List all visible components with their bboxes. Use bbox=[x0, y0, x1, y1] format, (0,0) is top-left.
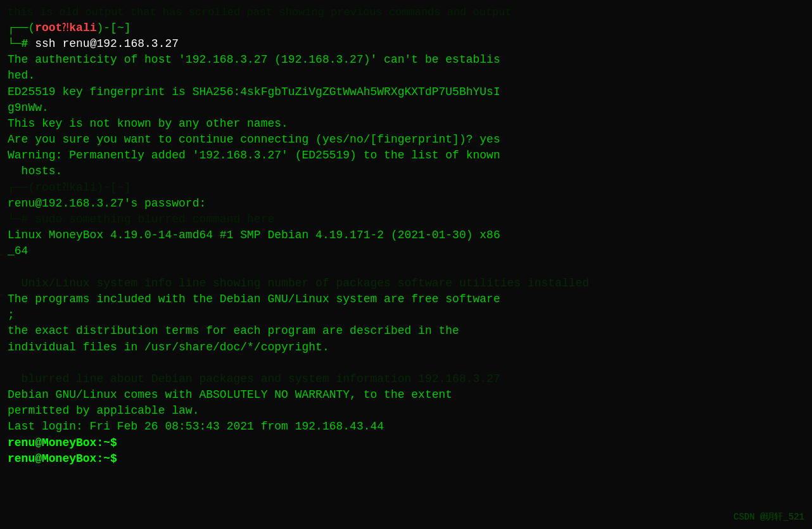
blank-2 bbox=[8, 355, 804, 371]
debian-distribution-2: individual files in /usr/share/doc/*/cop… bbox=[8, 340, 804, 355]
ssh-continue-prompt: Are you sure you want to continue connec… bbox=[8, 132, 804, 148]
prompt-line-1: ┌──(root⁈kali)-[~] bbox=[8, 20, 804, 36]
prompt-line-cmd: └─# ssh renu@192.168.3.27 bbox=[8, 36, 804, 52]
faded-middle-prompt: ┌──(root⁈kali)-[~] bbox=[8, 180, 804, 196]
cmd-ssh: ssh renu@192.168.3.27 bbox=[35, 36, 179, 52]
kali-icon: ⁈ bbox=[62, 20, 69, 36]
ssh-output-1: The authenticity of host '192.168.3.27 (… bbox=[8, 52, 804, 68]
scrolled-line-1: this is old output that has scrolled pas… bbox=[8, 5, 804, 20]
prompt-root-label: root bbox=[35, 20, 62, 36]
ssh-fingerprint-1: ED25519 key fingerprint is SHA256:4skFgb… bbox=[8, 84, 804, 100]
linux-banner-1: Linux MoneyBox 4.19.0-14-amd64 #1 SMP De… bbox=[8, 227, 804, 243]
faded-middle-prompt-2: └─# sudo something blurred command here bbox=[8, 212, 804, 227]
debian-distribution-1: the exact distribution terms for each pr… bbox=[8, 323, 804, 339]
terminal-window: this is old output that has scrolled pas… bbox=[0, 0, 812, 529]
bracket-dir-close: ] bbox=[124, 20, 131, 36]
password-prompt: renu@192.168.3.27's password: bbox=[8, 196, 804, 212]
user-prompt-1[interactable]: renu@MoneyBox:~$ bbox=[8, 435, 804, 451]
warranty-1: Debian GNU/Linux comes with ABSOLUTELY N… bbox=[8, 387, 804, 403]
ssh-output-2: hed. bbox=[8, 68, 804, 84]
ssh-unknown-key: This key is not known by any other names… bbox=[8, 116, 804, 132]
linux-banner-2: _64 bbox=[8, 243, 804, 259]
ssh-hosts: hosts. bbox=[8, 163, 804, 179]
last-login: Last login: Fri Feb 26 08:53:43 2021 fro… bbox=[8, 419, 804, 435]
warranty-2: permitted by applicable law. bbox=[8, 403, 804, 419]
bracket-dir-open: )-[ bbox=[97, 20, 117, 36]
blank-1 bbox=[8, 260, 804, 276]
ssh-warning-permanently: Warning: Permanently added '192.168.3.27… bbox=[8, 148, 804, 163]
prompt-kali-label: kali bbox=[69, 20, 96, 36]
bracket-open: ┌──( bbox=[8, 20, 35, 36]
user-prompt-2[interactable]: renu@MoneyBox:~$ bbox=[8, 451, 804, 467]
blurred-sys-info: Unix/Linux system info line showing numb… bbox=[8, 276, 804, 291]
blurred-packages: blurred line about Debian packages and s… bbox=[8, 371, 804, 387]
prompt-dir: ~ bbox=[117, 20, 124, 36]
debian-programs-1: The programs included with the Debian GN… bbox=[8, 291, 804, 307]
debian-programs-2: ; bbox=[8, 307, 804, 323]
watermark: CSDN @玥轩_521 bbox=[733, 511, 804, 523]
prompt-hash: └─# bbox=[8, 36, 35, 52]
ssh-fingerprint-2: g9nWw. bbox=[8, 100, 804, 116]
